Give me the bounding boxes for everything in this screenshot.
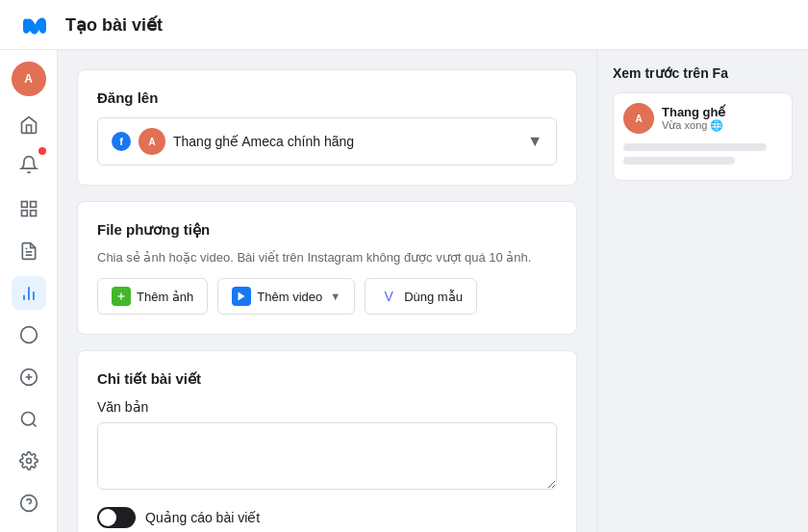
preview-page-sub: Vừa xong 🌐 <box>662 119 726 132</box>
meta-logo <box>19 10 50 40</box>
post-detail-card: Chi tiết bài viết Văn bản Quảng cáo bài … <box>77 350 577 532</box>
video-dropdown-icon: ▼ <box>330 291 341 302</box>
sidebar-avatar[interactable]: A <box>12 62 46 96</box>
post-to-title: Đăng lên <box>97 89 557 106</box>
page-title: Tạo bài viết <box>65 14 163 36</box>
media-buttons-row: Thêm ảnh Thêm video ▼ V Dùng mẫu <box>97 278 557 315</box>
post-detail-title: Chi tiết bài viết <box>97 370 557 388</box>
sidebar-item-grid[interactable] <box>12 191 46 226</box>
video-icon <box>232 287 251 306</box>
template-icon: V <box>379 287 398 306</box>
add-photo-label: Thêm ảnh <box>137 290 193 304</box>
template-label: Dùng mẫu <box>404 290 463 304</box>
preview-card: A Thang ghế Vừa xong 🌐 <box>613 92 793 181</box>
preview-page-info: Thang ghế Vừa xong 🌐 <box>662 105 726 132</box>
preview-line-2 <box>623 157 735 165</box>
ad-toggle[interactable] <box>97 507 136 528</box>
post-text-input[interactable] <box>97 422 557 490</box>
svg-rect-3 <box>30 211 36 216</box>
fb-icon: f <box>112 132 131 151</box>
svg-point-15 <box>26 459 31 464</box>
main-layout: A <box>0 50 808 532</box>
add-photo-button[interactable]: Thêm ảnh <box>97 278 208 315</box>
preview-panel: Xem trước trên Fa A Thang ghế Vừa xong 🌐 <box>596 50 808 532</box>
file-media-title: File phương tiện <box>97 221 557 239</box>
sidebar: A <box>0 50 58 532</box>
sidebar-item-home[interactable] <box>12 108 46 142</box>
sidebar-item-search[interactable] <box>12 402 46 437</box>
sidebar-item-messages[interactable] <box>12 317 46 352</box>
preview-line-1 <box>623 143 767 151</box>
dropdown-chevron-icon: ▼ <box>527 133 543 150</box>
preview-page-avatar: A <box>623 103 654 134</box>
file-media-card: File phương tiện Chia sẻ ảnh hoặc video.… <box>77 201 577 335</box>
svg-point-9 <box>20 327 37 343</box>
content-area: Đăng lên f A Thang ghế Ameca chính hãng … <box>58 50 808 532</box>
add-video-button[interactable]: Thêm video ▼ <box>217 278 355 315</box>
photo-icon <box>112 287 131 306</box>
svg-rect-1 <box>30 202 36 208</box>
page-avatar: A <box>139 128 165 155</box>
svg-point-13 <box>21 412 34 424</box>
sidebar-item-settings[interactable] <box>12 444 46 479</box>
sidebar-item-monetize[interactable] <box>12 360 46 394</box>
page-select[interactable]: f A Thang ghế Ameca chính hãng ▼ <box>97 117 557 165</box>
form-panel: Đăng lên f A Thang ghế Ameca chính hãng … <box>58 50 596 532</box>
ad-toggle-label: Quảng cáo bài viết <box>145 510 260 525</box>
preview-lines <box>623 143 782 165</box>
preview-page-name: Thang ghế <box>662 105 726 119</box>
sidebar-item-help[interactable] <box>12 486 46 520</box>
globe-icon: 🌐 <box>710 119 723 132</box>
template-button[interactable]: V Dùng mẫu <box>365 278 477 315</box>
ad-toggle-row: Quảng cáo bài viết <box>97 507 557 528</box>
sidebar-item-notifications[interactable] <box>12 149 46 184</box>
svg-marker-20 <box>239 292 245 301</box>
add-video-label: Thêm video <box>257 290 322 304</box>
svg-rect-2 <box>21 211 27 216</box>
file-media-subtitle: Chia sẻ ảnh hoặc video. Bài viết trên In… <box>97 250 557 265</box>
top-bar: Tạo bài viết <box>0 0 808 50</box>
post-to-card: Đăng lên f A Thang ghế Ameca chính hãng … <box>77 69 577 186</box>
svg-line-14 <box>32 423 36 427</box>
preview-page-row: A Thang ghế Vừa xong 🌐 <box>623 103 782 134</box>
text-label: Văn bản <box>97 399 557 415</box>
svg-rect-0 <box>21 202 27 208</box>
sidebar-item-analytics[interactable] <box>12 276 46 311</box>
sidebar-item-posts[interactable] <box>12 234 46 268</box>
preview-title: Xem trước trên Fa <box>613 65 793 81</box>
page-name-text: Thang ghế Ameca chính hãng <box>173 134 519 149</box>
